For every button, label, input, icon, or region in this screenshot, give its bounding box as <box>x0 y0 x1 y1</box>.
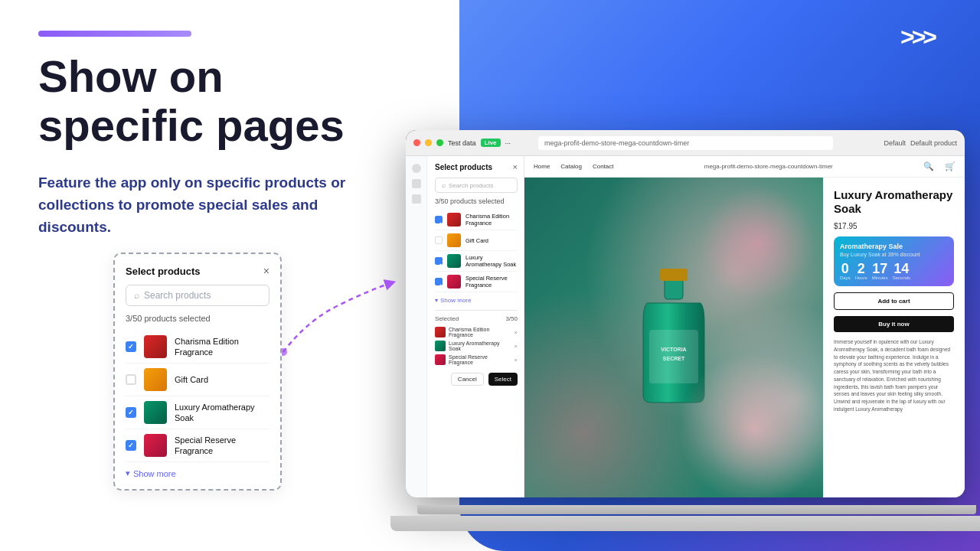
countdown-title: Aromatherapy Sale <box>840 243 948 250</box>
modal-checkbox-special[interactable]: ✓ <box>126 440 136 451</box>
panel-header: Select products × <box>435 162 518 171</box>
selected-name-luxury: Luxury Aromatherapy Soak <box>449 341 511 351</box>
modal-product-name-luxury: Luxury Aromatherapy Soak <box>175 402 270 424</box>
live-badge: Live <box>481 139 501 147</box>
rose-glow-2 <box>701 185 815 300</box>
browser-content: Select products × ⌕ Search products 3/50… <box>406 156 965 497</box>
cancel-button[interactable]: Cancel <box>451 373 484 386</box>
default-product-label[interactable]: Default product <box>910 139 957 147</box>
modal-checkbox-charisma[interactable]: ✓ <box>126 341 136 352</box>
checkbox-special[interactable] <box>435 278 443 285</box>
show-more-btn[interactable]: ▾ Show more <box>435 297 518 304</box>
url-text: mega-profit-demo-store-mega-countdown-ti… <box>544 139 689 147</box>
remove-special-btn[interactable]: × <box>514 357 518 364</box>
browser-tabs: Test data Live ··· <box>448 139 511 147</box>
more-options[interactable]: ··· <box>505 139 511 147</box>
selected-name-charisma: Charisma Edition Fragrance <box>449 327 511 337</box>
search-placeholder: Search products <box>449 182 493 189</box>
modal-product-giftcard: Gift Card <box>126 364 270 396</box>
checkbox-giftcard[interactable] <box>435 236 443 244</box>
search-icon: ⌕ <box>442 181 446 189</box>
thumb-giftcard <box>447 233 461 247</box>
modal-product-name-giftcard: Gift Card <box>175 374 208 385</box>
checkbox-charisma[interactable] <box>435 216 443 223</box>
svg-text:VICTORIA: VICTORIA <box>661 347 686 352</box>
countdown-numbers: 0 Days 2 Hours 17 Minutes <box>840 262 948 280</box>
select-products-content: Select products × ⌕ Search products 3/50… <box>435 162 518 386</box>
panel-product-charisma: Charisma Edition Fragrance <box>435 210 518 230</box>
browser-url-bar[interactable]: mega-profit-demo-store-mega-countdown-ti… <box>538 136 833 150</box>
main-heading: Show on specific pages <box>38 52 360 150</box>
test-data-tab[interactable]: Test data <box>448 139 476 147</box>
selected-item-luxury: Luxury Aromatherapy Soak × <box>435 339 518 353</box>
product-name-giftcard: Gift Card <box>466 237 488 244</box>
modal-thumb-giftcard <box>144 368 167 391</box>
cart-icon-nav[interactable]: 🛒 <box>945 161 956 171</box>
laptop-bottom <box>390 516 980 531</box>
svg-text:SECRET: SECRET <box>663 356 685 361</box>
add-to-cart-button[interactable]: Add to cart <box>834 292 954 310</box>
chevron-down-icon: ▾ <box>126 468 130 478</box>
shop-nav: Home Catalog Contact mega-profit-demo-st… <box>524 156 965 178</box>
search-icon-nav[interactable]: 🔍 <box>923 161 934 171</box>
product-name-luxury: Luxury Aromatherapy Soak <box>466 254 518 268</box>
floating-select-products-modal: Select products × ⌕ Search products 3/50… <box>113 253 282 491</box>
countdown-box: Aromatherapy Sale Buy Luxury Soak at 39%… <box>834 236 954 286</box>
dot-green <box>436 139 443 146</box>
dot-red <box>413 139 420 146</box>
shop-body: VICTORIA SECRET Luxury Aromatherapy Soak… <box>524 178 965 497</box>
selected-item-charisma: Charisma Edition Fragrance × <box>435 325 518 339</box>
nav-catalog[interactable]: Catalog <box>560 163 582 170</box>
modal-thumb-charisma <box>144 335 167 358</box>
store-name: mega-profit-demo-store-mega-countdown-ti… <box>625 163 913 170</box>
remove-charisma-btn[interactable]: × <box>514 329 518 336</box>
modal-close-btn[interactable]: × <box>263 265 270 277</box>
laptop-screen: Test data Live ··· mega-profit-demo-stor… <box>406 130 965 497</box>
thumb-charisma <box>447 213 461 227</box>
remove-luxury-btn[interactable]: × <box>514 343 518 350</box>
product-name-charisma: Charisma Edition Fragrance <box>466 213 518 227</box>
modal-checkbox-luxury[interactable]: ✓ <box>126 407 136 418</box>
checkmark-icon: ✓ <box>128 343 134 350</box>
modal-product-luxury: ✓ Luxury Aromatherapy Soak <box>126 396 270 429</box>
modal-product-name-charisma: Charisma Edition Fragrance <box>175 336 270 358</box>
chevron-down-icon: ▾ <box>435 297 438 304</box>
panel-product-special: Special Reserve Fragrance <box>435 272 518 292</box>
panel-close-btn[interactable]: × <box>513 162 518 171</box>
thumb-luxury <box>447 254 461 268</box>
laptop-device: Test data Live ··· mega-profit-demo-stor… <box>406 130 980 536</box>
product-image-area: VICTORIA SECRET <box>524 178 823 497</box>
modal-product-name-special: Special Reserve Fragrance <box>175 435 270 457</box>
shop-area: Home Catalog Contact mega-profit-demo-st… <box>524 156 965 497</box>
modal-search-icon: ⌕ <box>134 290 139 301</box>
modal-title: Select products <box>126 266 201 277</box>
modal-show-more-btn[interactable]: ▾ Show more <box>126 468 270 478</box>
action-buttons: Cancel Select <box>435 373 518 386</box>
modal-count: 3/50 products selected <box>126 314 270 323</box>
rose-glow-1 <box>678 352 823 497</box>
product-name-special: Special Reserve Fragrance <box>466 275 518 289</box>
sidebar-icon-3 <box>412 194 421 204</box>
laptop-hinge <box>417 505 976 514</box>
seconds-label: Seconds <box>893 276 910 280</box>
seconds-value: 14 <box>893 262 910 276</box>
selected-thumb-luxury <box>435 341 446 351</box>
days-unit: 0 Days <box>840 262 851 280</box>
checkmark-special-icon: ✓ <box>128 442 134 449</box>
modal-checkbox-giftcard[interactable] <box>126 374 136 385</box>
modal-search-box[interactable]: ⌕ Search products <box>126 285 270 306</box>
buy-now-button[interactable]: Buy it now <box>834 316 954 332</box>
product-description: Immerse yourself in opulence with our Lu… <box>834 338 954 413</box>
panel-search-box[interactable]: ⌕ Search products <box>435 178 518 193</box>
minutes-unit: 17 Minutes <box>872 262 888 280</box>
selected-count: 3/50 <box>505 315 518 322</box>
hours-label: Hours <box>855 276 867 280</box>
nav-contact[interactable]: Contact <box>593 163 614 170</box>
select-button[interactable]: Select <box>488 373 518 386</box>
product-price: $17.95 <box>834 222 954 230</box>
panel-title: Select products <box>435 163 492 171</box>
default-label[interactable]: Default <box>884 139 906 147</box>
nav-home[interactable]: Home <box>534 163 550 170</box>
selected-item-special: Special Reserve Fragrance × <box>435 353 518 367</box>
checkbox-luxury[interactable] <box>435 257 443 265</box>
